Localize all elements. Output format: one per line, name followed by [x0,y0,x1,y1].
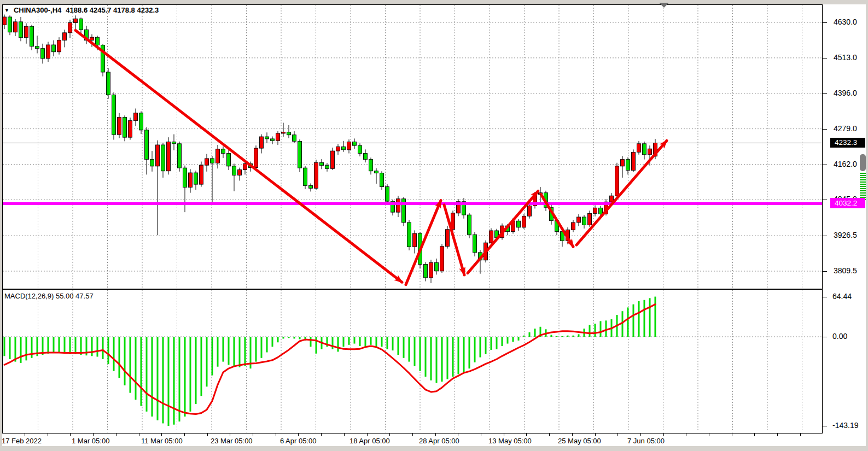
macd-axis-label: 64.44 [832,292,852,301]
price-chart-panel[interactable] [2,4,823,289]
macd-bar [370,337,372,345]
candle-up [238,170,242,175]
macd-bar [348,337,350,345]
macd-bar [130,337,131,393]
macd-bar [529,332,531,337]
macd-bar [414,337,416,366]
trend-arrow[interactable] [576,140,667,245]
macd-bar [403,337,405,358]
candle-down [36,46,39,49]
candle-down [342,147,346,150]
candle-down [517,221,521,227]
macd-panel[interactable] [2,289,823,434]
candle-up [57,40,61,52]
macd-axis-label: 0.00 [832,332,847,341]
macd-bar [496,337,498,349]
time-axis-label: 25 May 05:00 [558,437,601,445]
macd-bar [458,337,459,374]
macd-bar [135,337,137,400]
candle-down [183,168,187,187]
candle-down [435,262,439,271]
time-axis-label: 11 Mar 05:00 [141,437,183,445]
time-axis-tick [709,434,709,436]
price-axis-label: 4162.0 [834,160,857,168]
macd-bar [436,337,438,383]
macd-bar [195,337,197,404]
symbol-dropdown-icon[interactable]: ▼ [4,8,9,13]
price-axis-label: 3926.5 [834,231,857,239]
macd-bar [157,337,159,420]
candle-up [429,262,433,278]
price-chart-canvas[interactable] [3,5,822,289]
candle-down [8,17,12,32]
candle-down [320,162,324,166]
trend-arrow[interactable] [75,30,402,282]
macd-bar [633,304,634,337]
macd-bar [299,337,301,339]
macd-bar [9,337,11,359]
macd-bar [649,298,651,337]
candle-down [161,145,165,171]
candle-down [112,95,116,135]
time-axis-label: 23 Mar 05:00 [211,437,253,445]
candle-down [211,159,214,163]
candle-up [522,216,526,227]
macd-bar [655,297,656,337]
macd-bar [15,337,16,362]
macd-bar [201,337,202,396]
candle-up [621,160,625,166]
time-axis-tick [116,434,116,436]
candle-down [293,135,296,142]
candle-up [336,147,340,151]
scrollbar-thumb[interactable] [860,154,866,171]
ohlc-values: 4188.6 4245.7 4178.8 4232.3 [66,6,159,14]
macd-bar [447,337,448,379]
time-axis-tick [458,434,458,436]
candle-up [63,33,67,40]
price-axis-label: 4630.0 [834,17,857,26]
price-axis-tick [823,165,827,165]
candle-up [528,206,532,216]
candle-up [440,247,444,271]
candle-up [25,26,28,38]
macd-axis-label: -143.19 [832,421,858,430]
time-axis-tick [389,434,390,436]
price-axis[interactable] [823,4,866,446]
macd-bar [26,337,27,360]
macd-bar [173,337,175,425]
candle-up [413,233,417,247]
time-axis-tick [777,434,778,436]
time-axis-tick [686,434,686,436]
candle-down [424,265,428,278]
macd-bar [600,321,602,337]
macd-bar [343,337,345,347]
chart-legend: ▼CHINA300-,H44188.6 4245.7 4178.8 4232.3 [4,6,159,14]
macd-indicator-values: 55.00 47.57 [56,292,94,300]
candle-up [134,113,138,121]
macd-bar [20,337,22,363]
macd-bar [381,337,383,347]
macd-bar [518,337,520,341]
candle-down [145,130,149,160]
time-axis-tick [617,434,618,436]
candle-down [364,154,368,160]
macd-bar [184,337,186,417]
macd-bar [53,337,55,353]
macd-bar [430,337,432,380]
candle-up [347,142,351,149]
macd-bar [512,337,514,342]
price-axis-tick [823,22,827,23]
time-axis-tick [663,434,664,436]
macd-canvas[interactable] [3,290,822,433]
time-axis-tick [481,434,481,436]
candle-down [380,173,384,187]
candle-up [446,230,450,247]
macd-bar [622,311,624,337]
symbol-title: CHINA300-,H4 [14,6,61,14]
time-axis-label: 13 May 05:00 [488,437,532,445]
chart-shift-marker-icon[interactable] [659,3,669,8]
candle-up [118,118,121,135]
macd-bar [354,337,356,344]
candle-down [107,72,110,95]
time-axis-label: 6 Apr 05:00 [280,437,317,445]
